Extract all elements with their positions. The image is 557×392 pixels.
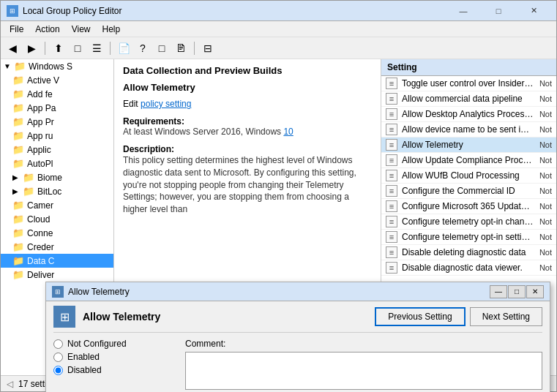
tree-item-appru[interactable]: 📁 App ru xyxy=(1,129,113,143)
windows-version-link[interactable]: 10 xyxy=(283,127,293,137)
tree-item-deliver[interactable]: 📁 Deliver xyxy=(1,268,113,282)
policy-status-8: Not xyxy=(534,202,552,211)
radio-not-configured[interactable]: Not Configured xyxy=(53,339,171,349)
policy-status-7: Not xyxy=(534,186,552,195)
tree-item-bitloc[interactable]: ▶ 📁 BitLoc xyxy=(1,184,113,198)
expand-icon: ▼ xyxy=(4,62,12,70)
folder-icon: 📁 xyxy=(12,102,24,113)
policy-status-12: Not xyxy=(534,263,552,272)
policy-icon-5: ≡ xyxy=(386,154,397,166)
dialog-title-text: Allow Telemetry xyxy=(68,287,490,297)
policy-icon-12: ≡ xyxy=(386,262,397,274)
help-button[interactable]: ? xyxy=(134,39,152,57)
policy-row-7[interactable]: ≡ Configure the Commercial ID Not xyxy=(381,184,556,199)
back-button[interactable]: ◀ xyxy=(4,39,21,57)
policy-name-0: Toggle user control over Insider builds xyxy=(402,78,534,88)
toolbar: ◀ ▶ ⬆ □ ☰ 📄 ? □ 🖹 ⊟ xyxy=(1,37,556,59)
tree-item-addfe[interactable]: 📁 Add fe xyxy=(1,87,113,101)
comment-textarea[interactable] xyxy=(185,352,542,390)
policy-row-5[interactable]: ≡ Allow Update Compliance Processing Not xyxy=(381,153,556,168)
policy-icon-11: ≡ xyxy=(386,246,397,258)
policy-row-0[interactable]: ≡ Toggle user control over Insider build… xyxy=(381,76,556,91)
tree-item-apppr[interactable]: 📁 App Pr xyxy=(1,115,113,129)
description-title: Description: xyxy=(123,144,372,154)
section-header: Data Collection and Preview Builds xyxy=(123,65,372,76)
title-bar: ⊞ Local Group Policy Editor — □ ✕ xyxy=(1,1,556,21)
policy-row-11[interactable]: ≡ Disable deleting diagnostic data Not xyxy=(381,245,556,260)
dialog-close-button[interactable]: ✕ xyxy=(526,285,544,298)
policy-row-1[interactable]: ≡ Allow commercial data pipeline Not xyxy=(381,91,556,107)
radio-disabled-input[interactable] xyxy=(53,366,63,375)
menu-view[interactable]: View xyxy=(66,23,97,36)
policy-icon-8: ≡ xyxy=(386,200,397,212)
policy-row-3[interactable]: ≡ Allow device name to be sent in Window… xyxy=(381,122,556,137)
policy-icon-1: ≡ xyxy=(386,93,397,105)
previous-setting-button[interactable]: Previous Setting xyxy=(375,307,465,326)
toolbar-separator-3 xyxy=(194,42,195,55)
next-setting-button[interactable]: Next Setting xyxy=(470,307,542,326)
policy-title: Allow Telemetry xyxy=(123,82,372,93)
tree-item-apppa[interactable]: 📁 App Pa xyxy=(1,101,113,115)
properties-button[interactable]: □ xyxy=(153,39,171,57)
radio-not-configured-input[interactable] xyxy=(53,339,63,349)
tree-item-datac[interactable]: 📁 Data C xyxy=(1,254,113,268)
radio-disabled[interactable]: Disabled xyxy=(53,365,171,375)
dialog-minimize-button[interactable]: — xyxy=(490,285,507,298)
policy-row-12[interactable]: ≡ Disable diagnostic data viewer. Not xyxy=(381,260,556,276)
minimize-button[interactable]: — xyxy=(446,4,480,18)
policy-setting-link[interactable]: policy setting xyxy=(141,99,191,109)
maximize-button[interactable]: □ xyxy=(482,4,515,18)
policy-status-2: Not xyxy=(534,110,552,118)
policy-status-0: Not xyxy=(534,79,552,88)
export-button[interactable]: 🖹 xyxy=(172,39,190,57)
toolbar-separator-2 xyxy=(110,42,111,55)
edit-policy-row: Edit policy setting xyxy=(123,99,372,109)
requirements-section: Requirements: At least Windows Server 20… xyxy=(123,116,372,137)
policy-row-9[interactable]: ≡ Configure telemetry opt-in change noti… xyxy=(381,214,556,230)
dialog-action-buttons: Previous Setting Next Setting xyxy=(375,307,542,326)
dialog-maximize-button[interactable]: □ xyxy=(508,285,526,298)
radio-not-configured-label: Not Configured xyxy=(67,339,127,349)
menu-file[interactable]: File xyxy=(4,23,29,36)
dialog-policy-header: ⊞ Allow Telemetry Previous Setting Next … xyxy=(53,306,542,333)
up-button[interactable]: ⬆ xyxy=(50,39,67,57)
requirements-text: At least Windows Server 2016, Windows 10 xyxy=(123,127,372,137)
tree-item-cloud[interactable]: 📁 Cloud xyxy=(1,212,113,226)
radio-enabled-input[interactable] xyxy=(53,353,63,362)
radio-enabled[interactable]: Enabled xyxy=(53,352,171,362)
tree-item-camer[interactable]: 📁 Camer xyxy=(1,198,113,212)
tree-item-autopl[interactable]: 📁 AutoPl xyxy=(1,157,113,170)
menu-bar: File Action View Help xyxy=(1,21,556,37)
policy-icon-4: ≡ xyxy=(386,139,397,151)
policy-row-6[interactable]: ≡ Allow WUfB Cloud Processing Not xyxy=(381,168,556,184)
policy-row-8[interactable]: ≡ Configure Microsoft 365 Update Readine… xyxy=(381,199,556,214)
resize-handle[interactable]: ◁ xyxy=(7,379,18,389)
policy-row-2[interactable]: ≡ Allow Desktop Analytics Processing Not xyxy=(381,107,556,122)
policy-name-12: Disable diagnostic data viewer. xyxy=(402,263,534,273)
policy-status-5: Not xyxy=(534,156,552,165)
dialog-policy-name: Allow Telemetry xyxy=(83,311,160,323)
folder-icon: 📁 xyxy=(12,116,24,127)
menu-action[interactable]: Action xyxy=(29,23,65,36)
tree-item-activev[interactable]: 📁 Active V xyxy=(1,73,113,87)
tree-item-creder[interactable]: 📁 Creder xyxy=(1,240,113,254)
policy-row-10[interactable]: ≡ Configure telemetry opt-in setting use… xyxy=(381,230,556,245)
dialog-body: ⊞ Allow Telemetry Previous Setting Next … xyxy=(46,301,550,392)
show-hide-button[interactable]: □ xyxy=(69,39,86,57)
policy-icon-10: ≡ xyxy=(386,231,397,243)
tree-item-windows[interactable]: ▼ 📁 Windows S xyxy=(1,59,113,73)
folder-icon: 📁 xyxy=(12,255,24,266)
tree-item-biome[interactable]: ▶ 📁 Biome xyxy=(1,170,113,184)
new-button[interactable]: 📄 xyxy=(115,39,132,57)
policy-status-9: Not xyxy=(534,217,552,226)
menu-help[interactable]: Help xyxy=(97,23,127,36)
tree-item-applic[interactable]: 📁 Applic xyxy=(1,143,113,157)
filter-button[interactable]: ⊟ xyxy=(199,39,217,57)
tree-item-conne[interactable]: 📁 Conne xyxy=(1,226,113,240)
forward-button[interactable]: ▶ xyxy=(23,39,40,57)
policy-row-4[interactable]: ≡ Allow Telemetry Not xyxy=(381,137,556,153)
policy-name-6: Allow WUfB Cloud Processing xyxy=(402,170,534,181)
close-button[interactable]: ✕ xyxy=(517,4,550,18)
policy-name-10: Configure telemetry opt-in setting user … xyxy=(402,232,534,242)
tree-button[interactable]: ☰ xyxy=(88,39,105,57)
